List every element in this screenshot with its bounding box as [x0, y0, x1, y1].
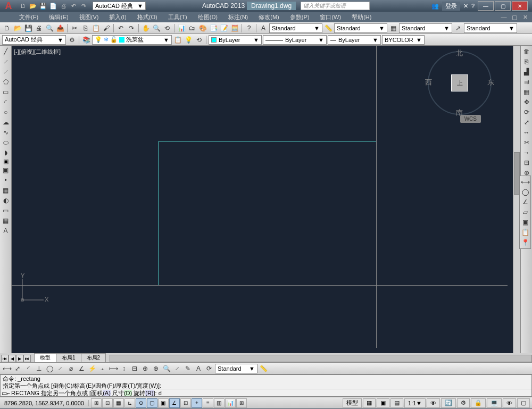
menu-insert[interactable]: 插入(I) [106, 12, 129, 22]
table-button[interactable]: ▦ [1, 216, 11, 226]
qat-undo-icon[interactable]: ↶ [69, 2, 78, 10]
dimbreak-button[interactable]: ⊟ [130, 364, 139, 373]
point-button[interactable]: • [1, 176, 11, 185]
preview-button[interactable]: 🔍 [45, 23, 54, 33]
menu-edit[interactable]: 编辑(E) [46, 12, 72, 22]
revcloud-button[interactable]: ☁ [1, 118, 11, 127]
hardware-button[interactable]: 💻 [487, 398, 502, 408]
lwt-button[interactable]: ≡ [203, 398, 213, 408]
qp-button[interactable]: 📊 [225, 398, 236, 408]
line-button[interactable]: ╱ [1, 47, 11, 56]
search-input[interactable]: 键入关键字或短语 [301, 2, 370, 10]
save-button[interactable]: 💾 [23, 23, 33, 33]
arc-button[interactable]: ◜ [1, 97, 11, 107]
cut-button[interactable]: ✂ [70, 23, 79, 33]
dimjogged-button[interactable]: ⟋ [55, 364, 65, 373]
xline-button[interactable]: ⟋ [1, 57, 11, 66]
menu-format[interactable]: 格式(O) [134, 12, 161, 22]
grid-button[interactable]: ▦ [113, 398, 124, 408]
match-button[interactable]: 🖌 [102, 23, 111, 33]
distance-button[interactable]: ⟷ [520, 177, 530, 187]
qdim-button[interactable]: ⚡ [87, 364, 97, 373]
ssm-button[interactable]: 📑 [209, 23, 218, 33]
close-button[interactable]: ✕ [512, 1, 528, 11]
qv-button[interactable]: ▣ [377, 398, 389, 408]
qcalc-button[interactable]: 🧮 [230, 23, 239, 33]
tab-model[interactable]: 模型 [34, 353, 56, 362]
tpy-button[interactable]: ▥ [214, 398, 225, 408]
open-button[interactable]: 📂 [13, 23, 22, 33]
infocenter-icon[interactable]: 👥 [431, 3, 439, 10]
insertblock-button[interactable]: ▣ [3, 158, 9, 165]
doc-minimize-button[interactable]: — [499, 13, 509, 21]
drawing-canvas[interactable]: [-][俯视][二维线框] 北 南 东 西 上 WCS X Y [12, 46, 513, 353]
dimstyle2-dropdown[interactable]: Standard▼ [215, 364, 257, 373]
infer-button[interactable]: ⊞ [91, 398, 102, 408]
dimstyle-icon[interactable]: 📏 [323, 23, 333, 33]
dimaligned-button[interactable]: ⤢ [13, 364, 22, 373]
mirror-button[interactable]: ▟ [522, 67, 531, 77]
paste-button[interactable]: 📋 [91, 23, 101, 33]
dimjogline-button[interactable]: ⟋ [172, 364, 182, 373]
clean-button[interactable]: ▢ [517, 398, 530, 408]
dimarc-button[interactable]: ◜ [23, 364, 33, 373]
menu-modify[interactable]: 修改(M) [255, 12, 282, 22]
menu-view[interactable]: 视图(V) [76, 12, 102, 22]
lock-button[interactable]: 🔒 [471, 398, 486, 408]
menu-file[interactable]: 文件(F) [16, 12, 41, 22]
layerprev-button[interactable]: ⟲ [194, 35, 204, 45]
tab-last-button[interactable]: ⏭ [23, 355, 31, 362]
annoauto-button[interactable]: 🔄 [441, 398, 456, 408]
dyn-button[interactable]: + [192, 398, 202, 408]
tolerance-button[interactable]: ⊕ [140, 364, 150, 373]
dimdiameter-button[interactable]: ⌀ [66, 364, 76, 373]
ortho-button[interactable]: ⊾ [124, 398, 135, 408]
compass-n[interactable]: 北 [456, 48, 463, 58]
horizontal-scrollbar[interactable] [110, 355, 532, 362]
dimstyle-dropdown[interactable]: Standard▼ [334, 23, 387, 33]
menu-window[interactable]: 窗口(W) [317, 12, 344, 22]
layeriso-button[interactable]: 💡 [184, 35, 193, 45]
tablestyle-icon[interactable]: ▦ [388, 23, 398, 33]
qat-new-icon[interactable]: 🗋 [18, 2, 28, 10]
copy-button[interactable]: ⎘ [80, 23, 90, 33]
doc-close-button[interactable]: ✕ [520, 13, 530, 21]
login-button[interactable]: 登录 [442, 2, 460, 11]
erase-button[interactable]: 🗑 [522, 47, 531, 56]
dimcontinue-button[interactable]: ⟼ [109, 364, 118, 373]
zoom-button[interactable]: 🔍 [152, 23, 161, 33]
qat-saveas-icon[interactable]: 📄 [48, 2, 58, 10]
circle-button[interactable]: ○ [1, 107, 11, 117]
3dosnap-button[interactable]: ▣ [158, 398, 169, 408]
layerprops-button[interactable]: 📚 [81, 35, 91, 45]
ws2-button[interactable]: ⚙ [457, 398, 470, 408]
trim-button[interactable]: ✂ [522, 138, 531, 147]
dimradius-button[interactable]: ◯ [45, 364, 54, 373]
lineweight-dropdown[interactable]: —ByLayer▼ [328, 35, 381, 45]
rectangle-button[interactable]: ▭ [1, 87, 11, 97]
ws-settings-button[interactable]: ⚙ [67, 35, 77, 45]
list-button[interactable]: 📋 [520, 228, 530, 237]
pan-button[interactable]: ✋ [141, 23, 151, 33]
ducs-button[interactable]: ⊡ [180, 398, 191, 408]
polar-button[interactable]: ⊙ [136, 398, 146, 408]
menu-draw[interactable]: 绘图(D) [195, 12, 221, 22]
publish-button[interactable]: 📤 [55, 23, 65, 33]
grid2-button[interactable]: ▦ [363, 398, 376, 408]
properties-button[interactable]: 📊 [177, 23, 186, 33]
mleaderstyle-icon[interactable]: ↗ [453, 23, 463, 33]
mleaderstyle-dropdown[interactable]: Standard▼ [464, 23, 517, 33]
dimstyle-button[interactable]: 📏 [259, 364, 268, 373]
hatch-button[interactable]: ▦ [1, 186, 11, 195]
gradient-button[interactable]: ◐ [1, 196, 11, 205]
snap-button[interactable]: ⊡ [102, 398, 113, 408]
pline-button[interactable]: ⟋ [1, 67, 11, 77]
menu-dimension[interactable]: 标注(N) [225, 12, 251, 22]
angle-button[interactable]: ∠ [520, 197, 530, 207]
dimedit-button[interactable]: ✎ [183, 364, 193, 373]
qat-open-icon[interactable]: 📂 [28, 2, 38, 10]
command-window[interactable]: 命令: _rectang 指定第一个角点或 [倒角(C)/标高(E)/圆角(F)… [0, 374, 532, 397]
stretch-button[interactable]: ↔ [522, 128, 531, 137]
menu-parametric[interactable]: 参数(P) [287, 12, 313, 22]
maximize-button[interactable]: ▢ [495, 1, 511, 11]
